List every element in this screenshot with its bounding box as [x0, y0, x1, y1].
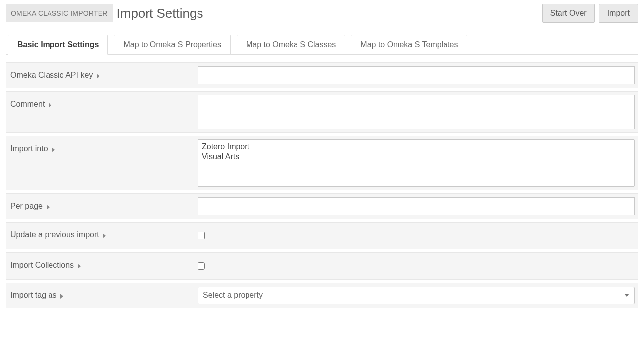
- import-collections-checkbox[interactable]: [198, 262, 205, 270]
- tab-basic-import-settings[interactable]: Basic Import Settings: [8, 35, 108, 55]
- field-update-previous: Update a previous import: [6, 222, 638, 249]
- import-tag-as-select[interactable]: Select a property: [198, 287, 635, 304]
- tab-map-properties[interactable]: Map to Omeka S Properties: [114, 35, 230, 55]
- expand-help-icon[interactable]: [103, 233, 106, 238]
- label-import-tag-as: Import tag as: [6, 283, 195, 308]
- update-previous-checkbox[interactable]: [198, 232, 205, 239]
- per-page-input[interactable]: [198, 197, 635, 215]
- label-text: Omeka Classic API key: [10, 71, 93, 80]
- label-text: Import tag as: [10, 291, 56, 300]
- label-text: Import into: [10, 144, 48, 153]
- label-update-previous: Update a previous import: [6, 223, 195, 249]
- expand-help-icon[interactable]: [52, 147, 55, 152]
- module-badge: OMEKA CLASSIC IMPORTER: [6, 4, 113, 22]
- expand-help-icon[interactable]: [60, 294, 63, 299]
- import-into-option[interactable]: Zotero Import: [200, 142, 632, 152]
- label-text: Import Collections: [10, 261, 74, 270]
- label-comment: Comment: [6, 92, 195, 132]
- field-per-page: Per page: [6, 193, 638, 219]
- api-key-input[interactable]: [198, 66, 635, 84]
- field-import-collections: Import Collections: [6, 252, 638, 280]
- label-per-page: Per page: [6, 194, 195, 219]
- expand-help-icon[interactable]: [49, 103, 51, 108]
- label-import-collections: Import Collections: [6, 253, 195, 279]
- field-comment: Comment: [6, 91, 638, 133]
- expand-help-icon[interactable]: [97, 74, 99, 79]
- field-import-into: Import into Zotero Import Visual Arts: [6, 136, 638, 190]
- import-button[interactable]: Import: [599, 4, 638, 23]
- label-api-key: Omeka Classic API key: [6, 63, 195, 88]
- start-over-button[interactable]: Start Over: [542, 4, 595, 23]
- tabs: Basic Import Settings Map to Omeka S Pro…: [6, 34, 638, 55]
- label-text: Update a previous import: [10, 231, 99, 239]
- chevron-down-icon: [624, 294, 629, 297]
- select-placeholder: Select a property: [203, 291, 263, 300]
- page-title: Import Settings: [117, 6, 542, 21]
- header-actions: Start Over Import: [542, 4, 638, 23]
- field-api-key: Omeka Classic API key: [6, 62, 638, 88]
- tab-map-templates[interactable]: Map to Omeka S Templates: [351, 35, 467, 55]
- import-into-option[interactable]: Visual Arts: [200, 152, 632, 162]
- tab-map-classes[interactable]: Map to Omeka S Classes: [237, 35, 345, 55]
- field-import-tag-as: Import tag as Select a property: [6, 283, 638, 308]
- label-text: Per page: [10, 202, 43, 211]
- import-into-select[interactable]: Zotero Import Visual Arts: [198, 139, 635, 187]
- expand-help-icon[interactable]: [78, 264, 81, 269]
- comment-textarea[interactable]: [198, 95, 635, 129]
- label-text: Comment: [10, 100, 45, 109]
- expand-help-icon[interactable]: [47, 205, 50, 210]
- form-fields: Omeka Classic API key Comment Import int…: [6, 62, 638, 308]
- page-header: OMEKA CLASSIC IMPORTER Import Settings S…: [6, 0, 638, 28]
- label-import-into: Import into: [6, 136, 195, 190]
